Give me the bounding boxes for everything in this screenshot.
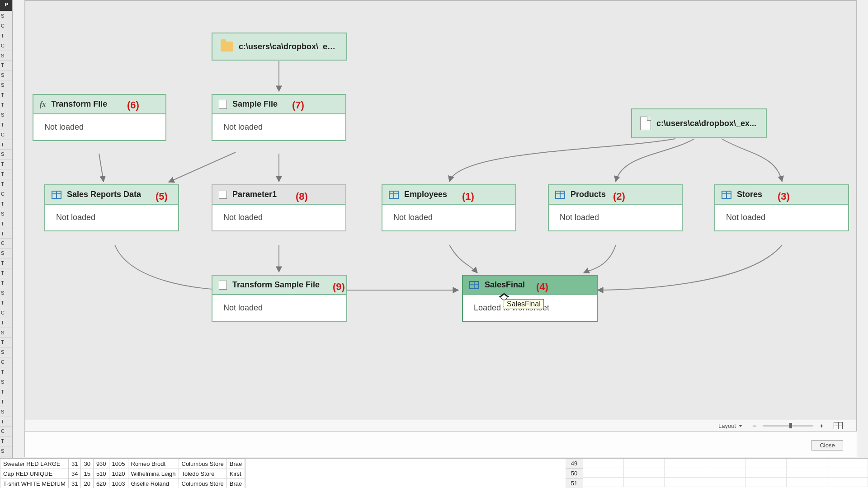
cell[interactable]: 1020: [109, 469, 128, 479]
worksheet-strip: Sweater RED LARGE31309301005Romeo BrodtC…: [0, 458, 868, 488]
row-number[interactable]: 51: [566, 479, 583, 488]
cell[interactable]: [705, 468, 746, 478]
node-status: Not loaded: [33, 114, 165, 140]
node-title: Sales Reports Data: [67, 190, 141, 199]
cell[interactable]: 1003: [109, 479, 128, 488]
node-source-file[interactable]: c:\users\ca\dropbox\_ex...: [631, 108, 767, 138]
cell[interactable]: [746, 459, 787, 468]
cell[interactable]: [583, 468, 624, 478]
zoom-control: − +: [751, 422, 825, 429]
row-number[interactable]: 49: [566, 459, 583, 469]
cell[interactable]: 930: [93, 459, 109, 469]
zoom-slider[interactable]: [763, 425, 813, 427]
row-number-column: 495051: [566, 459, 583, 488]
cell[interactable]: Giselle Roland: [128, 479, 179, 488]
dependency-diagram-canvas[interactable]: c:\users\ca\dropbox\_ex... c:\users\ca\d…: [25, 0, 857, 432]
table-icon: [555, 191, 565, 199]
cell[interactable]: Brae: [226, 459, 245, 469]
table-row: Sweater RED LARGE31309301005Romeo BrodtC…: [0, 459, 245, 469]
worksheet-right-area: 495051: [566, 459, 868, 488]
table-row: Cap RED UNIQUE34155101020Wilhelmina Leig…: [0, 469, 245, 479]
layout-dropdown[interactable]: Layout: [718, 422, 742, 429]
excel-row-gutter: P SCT CST SST TST CTS TTT CTS TTC STT TS…: [0, 0, 13, 463]
node-stores[interactable]: Stores Not loaded: [714, 184, 849, 231]
cell[interactable]: 1005: [109, 459, 128, 469]
cell[interactable]: [827, 478, 868, 487]
table-icon: [389, 191, 399, 199]
cell[interactable]: [624, 459, 665, 468]
node-sales-reports-data[interactable]: Sales Reports Data Not loaded: [44, 184, 179, 231]
cell[interactable]: 31: [68, 459, 80, 469]
chevron-down-icon: [739, 425, 742, 427]
empty-grid-cells: [583, 459, 868, 488]
cell[interactable]: [624, 468, 665, 478]
node-sales-final[interactable]: SalesFinal Loaded to worksheet: [462, 275, 598, 322]
table-icon: [469, 281, 479, 289]
cell[interactable]: Columbus Store: [179, 479, 226, 488]
cell[interactable]: [624, 478, 665, 487]
diagram-footer: Layout − +: [25, 420, 856, 431]
cell[interactable]: Brae: [226, 479, 245, 488]
node-transform-sample-file[interactable]: Transform Sample File Not loaded: [212, 275, 347, 322]
node-status: Not loaded: [382, 205, 515, 230]
cell[interactable]: Cap RED UNIQUE: [0, 469, 69, 479]
cell[interactable]: [583, 478, 624, 487]
parameter-icon: [219, 191, 227, 199]
zoom-slider-thumb[interactable]: [789, 423, 792, 428]
node-transform-file[interactable]: fx Transform File Not loaded: [33, 94, 166, 141]
node-source-folder[interactable]: c:\users\ca\dropbox\_ex...: [212, 33, 347, 61]
cell[interactable]: Kirst: [226, 469, 245, 479]
cell[interactable]: Columbus Store: [179, 459, 226, 469]
sheet-icon: [219, 100, 227, 109]
cell[interactable]: 34: [68, 469, 80, 479]
zoom-in-button[interactable]: +: [818, 422, 825, 429]
cell[interactable]: Toledo Store: [179, 469, 226, 479]
cell[interactable]: [665, 459, 705, 468]
cell[interactable]: 20: [81, 479, 93, 488]
zoom-out-button[interactable]: −: [751, 422, 758, 429]
cell[interactable]: [705, 459, 746, 468]
node-employees[interactable]: Employees Not loaded: [382, 184, 516, 231]
node-title: Stores: [737, 190, 762, 199]
cell[interactable]: [787, 468, 827, 478]
cell[interactable]: Sweater RED LARGE: [0, 459, 69, 469]
cell[interactable]: 620: [93, 479, 109, 488]
cell[interactable]: [827, 468, 868, 478]
table-icon: [52, 191, 61, 199]
node-sample-file[interactable]: Sample File Not loaded: [212, 94, 346, 141]
node-parameter1[interactable]: Parameter1 Not loaded: [212, 184, 346, 231]
worksheet-left-table: Sweater RED LARGE31309301005Romeo BrodtC…: [0, 459, 245, 488]
cell[interactable]: [787, 459, 827, 468]
cell[interactable]: [583, 459, 624, 468]
node-title: SalesFinal: [485, 280, 525, 290]
cell[interactable]: [665, 478, 705, 487]
close-button[interactable]: Close: [811, 440, 843, 450]
cell[interactable]: Wilhelmina Leigh: [128, 469, 179, 479]
cell[interactable]: [787, 478, 827, 487]
node-title: Transform File: [51, 99, 107, 109]
sheet-icon: [219, 281, 227, 290]
cell[interactable]: [665, 468, 705, 478]
cell[interactable]: T-shirt WHITE MEDIUM: [0, 479, 69, 488]
node-products[interactable]: Products Not loaded: [548, 184, 683, 231]
node-title: c:\users\ca\dropbox\_ex...: [239, 42, 338, 52]
table-row: T-shirt WHITE MEDIUM31206201003Giselle R…: [0, 479, 245, 488]
node-title: Parameter1: [232, 190, 277, 199]
cell[interactable]: [827, 459, 868, 468]
cell[interactable]: 510: [93, 469, 109, 479]
cell[interactable]: 31: [68, 479, 80, 488]
cell[interactable]: 30: [81, 459, 93, 469]
node-title: Transform Sample File: [232, 280, 320, 290]
node-status: Not loaded: [45, 205, 178, 230]
cell[interactable]: [746, 468, 787, 478]
cell[interactable]: [746, 478, 787, 487]
node-status: Not loaded: [549, 205, 682, 230]
node-status: Not loaded: [212, 205, 345, 230]
row-number[interactable]: 50: [566, 469, 583, 479]
cell[interactable]: 15: [81, 469, 93, 479]
fx-icon: fx: [40, 100, 46, 108]
node-status: Not loaded: [212, 114, 345, 140]
zoom-to-fit-button[interactable]: [834, 422, 843, 429]
cell[interactable]: Romeo Brodt: [128, 459, 179, 469]
cell[interactable]: [705, 478, 746, 487]
